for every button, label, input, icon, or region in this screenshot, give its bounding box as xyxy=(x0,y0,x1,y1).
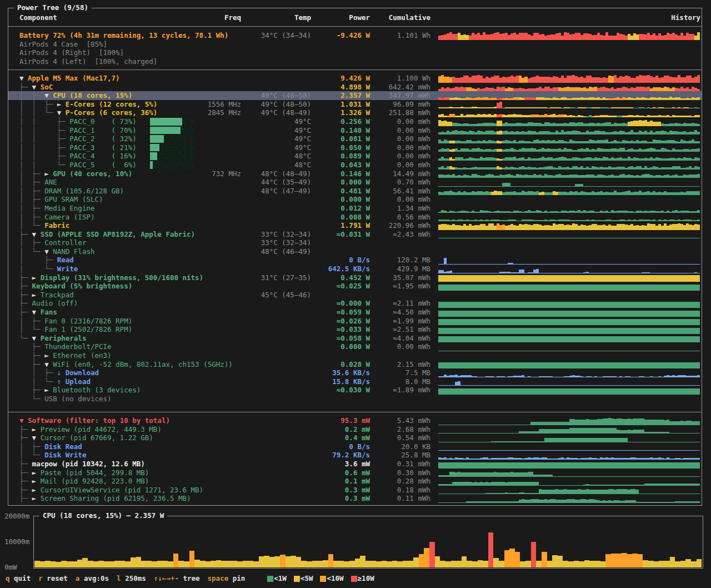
hotkey-pin[interactable]: space pin xyxy=(208,573,246,584)
tree-row-pacc-5-6[interactable]: │ │ └─ PACC_5 ( 6%)48°C0.043 W0.00 mWh xyxy=(8,161,702,170)
tree-row-gpu-sram-slc[interactable]: │ ├─ GPU SRAM (SLC)0.000 W0.00 mWh xyxy=(8,195,702,204)
history-sparkline xyxy=(438,368,700,377)
tree-row-fan-1-2502-7826-rpm[interactable]: │ └─ Fan 1 (2502/7826 RPM)≈0.033 W≈2.51 … xyxy=(8,325,702,334)
history-sparkline xyxy=(438,425,700,434)
tree-row-battery-72-4h-31m-remaining-13-cycles-78[interactable]: Battery 72% (4h 31m remaining, 13 cycles… xyxy=(8,31,702,40)
tree-row-airpods-4-left-100-charged[interactable]: AirPods 4 (Left) [100%, charged] xyxy=(8,57,702,66)
component-name: Download xyxy=(66,368,99,377)
chart-bar xyxy=(333,561,339,567)
expand-arrow-icon[interactable]: ► xyxy=(32,425,41,433)
column-header-component: Component xyxy=(19,11,57,25)
collapse-arrow-icon[interactable]: ▼ xyxy=(44,91,53,99)
expand-arrow-icon[interactable]: ► xyxy=(44,170,53,178)
tree-row-disk-write[interactable]: │ └─ Disk Write79.2 KB/s25.8 MB xyxy=(8,451,702,460)
download-arrow-icon[interactable]: ↓ xyxy=(57,368,66,377)
hotkey-reset[interactable]: r reset xyxy=(38,573,68,584)
collapse-arrow-icon[interactable]: ▼ xyxy=(57,108,66,117)
tree-row-mail-pid-92428-223-0-mb[interactable]: ├─ ► Mail (pid 92428, 223.0 MB)0.1 mW0.2… xyxy=(8,477,702,486)
tree-row-software-filter-top-10-by-total[interactable]: ▼ Software (filter: top 10 by total)95.3… xyxy=(8,416,702,425)
tree-branch-lines: │ └─ xyxy=(19,377,57,386)
tree-row-thunderbolt-pcie[interactable]: ├─ Thunderbolt/PCIe0.000 W0.00 mWh xyxy=(8,342,702,351)
collapse-arrow-icon[interactable]: ▼ xyxy=(44,360,53,368)
tree-row-camera-isp[interactable]: │ ├─ Camera (ISP)0.008 W0.56 mWh xyxy=(8,213,702,222)
tree-row-soc[interactable]: ├─ ▼ SoC4.898 W642.42 mWh xyxy=(8,83,702,92)
tree-row-ssd-apple-ssd-ap8192z-apple-fabric[interactable]: ├─ ▼ SSD (APPLE SSD AP8192Z, Apple Fabri… xyxy=(8,230,702,239)
expand-arrow-icon[interactable]: ► xyxy=(32,291,41,299)
expand-arrow-icon[interactable]: ► xyxy=(57,100,66,108)
tree-row-e-cores-12-cores-5[interactable]: │ │ ├─ ► E-Cores (12 cores, 5%)1556 MHz4… xyxy=(8,100,702,109)
tree-row-preview-pid-44672-449-3-mb[interactable]: ├─ ► Preview (pid 44672, 449.3 MB)0.2 mW… xyxy=(8,425,702,434)
tree-row-apple-m5-max-mac17-7[interactable]: ▼ Apple M5 Max (Mac17,7)9.426 W1.100 Wh xyxy=(8,74,702,83)
temp-value: 44°C (35–49) xyxy=(241,178,311,187)
tree-row-gpu-40-cores-10[interactable]: │ ├─ ► GPU (40 cores, 10%)732 MHz48°C (4… xyxy=(8,170,702,178)
tree-row-ethernet-en3[interactable]: ├─ ► Ethernet (en3) xyxy=(8,351,702,360)
tree-row-bluetooth-3-devices[interactable]: ├─ ► Bluetooth (3 devices)≈0.030 W≈1.89 … xyxy=(8,386,702,395)
collapse-arrow-icon[interactable]: ▼ xyxy=(19,74,28,82)
tree-row-pacc-2-32[interactable]: │ │ ├─ PACC_2 ( 32%)49°C0.081 W0.00 mWh xyxy=(8,134,702,143)
tree-branch-lines: └─ xyxy=(19,334,32,342)
collapse-arrow-icon[interactable]: ▼ xyxy=(32,433,41,442)
hotkey-avg-0s[interactable]: a avg:0s xyxy=(76,573,109,584)
collapse-arrow-icon[interactable]: ▼ xyxy=(32,83,41,91)
tree-row-display-31-brightness-500-1600-nits[interactable]: ├─ ► Display (31% brightness, 500/1600 n… xyxy=(8,273,702,282)
expand-arrow-icon[interactable]: ► xyxy=(32,477,41,485)
tree-row-cursor-pid-67669-1-22-gb[interactable]: ├─ ▼ Cursor (pid 67669, 1.22 GB)0.4 mW0.… xyxy=(8,433,702,442)
tree-row-audio-off[interactable]: ├─ Audio (off)≈0.000 W≈2.11 mWh xyxy=(8,299,702,308)
tree-row-screen-sharing-pid-62195-236-5-mb[interactable]: ├─ ► Screen Sharing (pid 62195, 236.5 MB… xyxy=(8,494,702,503)
hotkey-250ms[interactable]: l 250ms xyxy=(117,573,146,584)
tree-row-pacc-0-73[interactable]: │ │ ├─ PACC_0 ( 73%)49°C0.256 W0.00 mWh xyxy=(8,117,702,126)
tree-row-keyboard-5-brightness[interactable]: ├─ Keyboard (5% brightness)≈0.025 W≈1.95… xyxy=(8,282,702,291)
history-sparkline xyxy=(438,170,700,178)
expand-arrow-icon[interactable]: ► xyxy=(44,351,53,360)
tree-row-usb-no-devices[interactable]: └─ USB (no devices) xyxy=(8,395,702,403)
tree-row-cpu-18-cores-15[interactable]: │ ├─ ▼ CPU (18 cores, 15%)49°C (48–50)2.… xyxy=(8,91,702,100)
tree-row-p-cores-6-cores-36[interactable]: │ │ └─ ▼ P-Cores (6 cores, 36%)2845 MHz4… xyxy=(8,108,702,117)
tree-branch-lines: ├─ xyxy=(19,486,32,494)
tree-row-read[interactable]: │ ├─ Read0 B/s120.2 MB xyxy=(8,256,702,265)
tree-row-trackpad[interactable]: ├─ ► Trackpad45°C (45–46) xyxy=(8,291,702,300)
expand-arrow-icon[interactable]: ► xyxy=(32,486,41,494)
tree-row-airpods-4-case-85[interactable]: AirPods 4 Case [85%] xyxy=(8,40,702,49)
chart-ytick-zero: 0mW xyxy=(4,563,17,571)
tree-row-dram-105-6-128-gb[interactable]: │ ├─ DRAM (105.6/128 GB)48°C (47–49)0.48… xyxy=(8,187,702,196)
upload-arrow-icon[interactable]: ↑ xyxy=(57,377,66,386)
tree-row-controller[interactable]: │ ├─ Controller33°C (32–34) xyxy=(8,238,702,247)
tree-row-fan-0-2316-7826-rpm[interactable]: │ ├─ Fan 0 (2316/7826 RPM)≈0.026 W≈1.99 … xyxy=(8,317,702,326)
tree-row-ane[interactable]: │ ├─ ANE44°C (35–49)0.000 W0.70 mWh xyxy=(8,178,702,187)
collapse-arrow-icon[interactable]: ▼ xyxy=(44,247,53,256)
collapse-arrow-icon[interactable]: ▼ xyxy=(19,416,28,425)
tree-row-paste-pid-5044-299-8-mb[interactable]: ├─ ► Paste (pid 5044, 299.8 MB)0.6 mW0.3… xyxy=(8,469,702,477)
tree-row-nand-flash[interactable]: │ └─ ▼ NAND Flash48°C (46–49) xyxy=(8,247,702,256)
component-label: ├─ ▼ SSD (APPLE SSD AP8192Z, Apple Fabri… xyxy=(19,230,195,239)
expand-arrow-icon[interactable]: ► xyxy=(32,469,41,477)
tree-row-cursoruiviewservice-pid-1271-23-6-mb[interactable]: ├─ ► CursorUIViewService (pid 1271, 23.6… xyxy=(8,486,702,495)
tree-row-pacc-1-70[interactable]: │ │ ├─ PACC_1 ( 70%)49°C0.140 W0.00 mWh xyxy=(8,126,702,135)
tree-row-download[interactable]: │ ├─ ↓ Download35.6 KB/s7.5 MB xyxy=(8,368,702,377)
tree-row-media-engine[interactable]: │ ├─ Media Engine0.012 W1.34 mWh xyxy=(8,204,702,213)
tree-row-macpow-pid-10342-12-6-mb[interactable]: ├─ macpow (pid 10342, 12.6 MB)3.6 mW0.31… xyxy=(8,460,702,469)
tree-row-disk-read[interactable]: │ ├─ Disk Read0 B/s20.0 KB xyxy=(8,442,702,451)
tree-row-pacc-4-16[interactable]: │ │ ├─ PACC_4 ( 16%)48°C0.089 W0.00 mWh xyxy=(8,152,702,161)
tree-row-wifi-en0-52-dbm-802-11ax-ch153-5ghz[interactable]: ├─ ▼ WiFi (en0, -52 dBm, 802.11ax, ch153… xyxy=(8,360,702,369)
expand-arrow-icon[interactable]: ► xyxy=(32,494,41,502)
expand-arrow-icon[interactable]: ► xyxy=(32,273,41,282)
tree-row-airpods-4-right-100[interactable]: AirPods 4 (Right) [100%] xyxy=(8,48,702,57)
collapse-arrow-icon[interactable]: ▼ xyxy=(32,334,41,342)
collapse-arrow-icon[interactable]: ▼ xyxy=(32,230,41,238)
tree-row-fans[interactable]: ├─ ▼ Fans≈0.059 W≈4.50 mWh xyxy=(8,308,702,317)
tree-row-upload[interactable]: │ └─ ↑ Upload15.8 KB/s8.0 MB xyxy=(8,377,702,386)
power-value: ≈0.058 W xyxy=(311,334,370,343)
component-name: Trackpad xyxy=(41,291,74,299)
tree-row-peripherals[interactable]: └─ ▼ Peripherals≈0.058 W≈4.04 mWh xyxy=(8,334,702,343)
collapse-arrow-icon[interactable]: ▼ xyxy=(32,308,41,316)
hotkey-quit[interactable]: q quit xyxy=(6,573,31,584)
tree-row-pacc-3-21[interactable]: │ │ ├─ PACC_3 ( 21%)49°C0.050 W0.00 mWh xyxy=(8,143,702,152)
temp-value: 49°C (48–50) xyxy=(241,91,311,100)
chart-bar xyxy=(61,561,67,567)
component-label: ├─ ▼ Cursor (pid 67669, 1.22 GB) xyxy=(19,433,153,442)
cum-value: 0.18 mWh xyxy=(370,486,430,495)
tree-row-fabric[interactable]: │ └─ Fabric1.791 W220.96 mWh xyxy=(8,221,702,230)
hotkey-tree[interactable]: ↑↓←→+- tree xyxy=(154,573,200,584)
expand-arrow-icon[interactable]: ► xyxy=(44,386,53,394)
tree-row-write[interactable]: │ └─ Write642.5 KB/s429.9 MB xyxy=(8,265,702,273)
